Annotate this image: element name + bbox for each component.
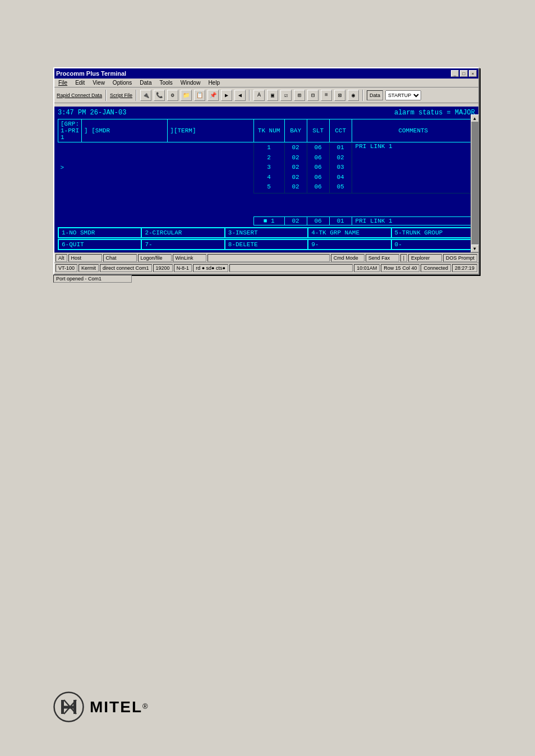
- menu-row-1: 1-NO SMDR 2-CIRCULAR 3-INSERT 4-TK GRP N…: [58, 227, 475, 238]
- status-winlink[interactable]: WinLink: [173, 254, 206, 262]
- toolbar-btn-phone[interactable]: 📞: [154, 90, 165, 101]
- status-time: 10:01AM: [354, 264, 380, 272]
- toolbar: Rapid Connect Data Script File 🔌 📞 ⚙ 📁 📋…: [54, 87, 478, 103]
- rapid-connect-group: Rapid Connect Data: [57, 93, 102, 98]
- scroll-track: [472, 122, 478, 245]
- table-row-cursor: ■ 1 02 06 01 PRI LINK 1: [58, 216, 475, 225]
- toolbar-btn-a6[interactable]: ≡: [321, 90, 332, 101]
- title-bar: Procomm Plus Terminal _ □ ×: [54, 68, 478, 79]
- menu-item-5[interactable]: 5-TRUNK GROUP: [391, 228, 474, 238]
- separator2: [136, 90, 137, 101]
- toolbar-btn-paste[interactable]: 📌: [207, 90, 219, 101]
- status-cmdmode[interactable]: Cmd Mode: [331, 254, 365, 262]
- status-baud: 19200: [153, 264, 173, 272]
- toolbar-btn-a8[interactable]: ◉: [348, 90, 359, 101]
- slt-vals: 0606060606: [307, 142, 329, 193]
- menu-item-9[interactable]: 9-: [308, 239, 391, 250]
- terminal[interactable]: 3:47 PM 26-JAN-03 alarm status = MAJOR […: [54, 107, 478, 252]
- col-tknum: TK NUM: [253, 119, 284, 142]
- menu-item-6[interactable]: 6-QUIT: [58, 239, 141, 250]
- menu-bar: File Edit View Options Data Tools Window…: [54, 79, 478, 87]
- maximize-button[interactable]: □: [460, 70, 468, 77]
- toolbar-btn-a1[interactable]: A: [253, 90, 265, 101]
- cursor-tk: ■ 1: [253, 216, 284, 225]
- status-sendfax[interactable]: Send Fax: [366, 254, 399, 262]
- status-line: 3:47 PM 26-JAN-03 alarm status = MAJOR: [58, 109, 475, 117]
- separator1: [105, 90, 107, 101]
- minimize-button[interactable]: _: [451, 70, 459, 77]
- menu-view[interactable]: View: [91, 80, 107, 86]
- table-row: > 12345 0202020202 0606060606: [58, 142, 475, 193]
- cursor-slt: 06: [307, 216, 329, 225]
- col-comments: COMMENTS: [352, 119, 474, 142]
- menu-item-2[interactable]: 2-CIRCULAR: [141, 228, 224, 238]
- col-slt: SLT: [307, 119, 329, 142]
- status-bar: Alt Host Chat Logon/file WinLink Cmd Mod…: [54, 252, 478, 274]
- cursor-bay: 02: [284, 216, 307, 225]
- status-dosprompt[interactable]: DOS Prompt: [443, 254, 477, 262]
- tk-nums: 12345: [253, 142, 284, 193]
- status-rowcol: Row 15 Col 40: [381, 264, 419, 272]
- menu-window[interactable]: Window: [179, 80, 202, 86]
- toolbar-btn-settings[interactable]: ⚙: [167, 90, 178, 101]
- menu-help[interactable]: Help: [206, 80, 222, 86]
- cursor-comment: PRI LINK 1: [352, 216, 474, 225]
- menu-item-8[interactable]: 8-DELETE: [225, 239, 308, 250]
- mitel-icon-svg: [53, 692, 84, 722]
- status-parity: N-8-1: [174, 264, 192, 272]
- status-spacer2: [229, 264, 353, 272]
- header-smdr: ] [SMDR: [82, 119, 168, 142]
- menu-tools[interactable]: Tools: [158, 80, 174, 86]
- toolbar-btn-copy[interactable]: 📋: [194, 90, 205, 101]
- status-explorer[interactable]: Explorer: [408, 254, 442, 262]
- menu-row-2: 6-QUIT 7- 8-DELETE 9- 0-: [58, 239, 475, 250]
- close-button[interactable]: ×: [469, 70, 477, 77]
- data-dropdown-label: Data: [367, 90, 383, 100]
- toolbar-btn-a7[interactable]: ⊠: [334, 90, 345, 101]
- cct-vals: 0102030405: [329, 142, 352, 193]
- menu-item-3[interactable]: 3-INSERT: [225, 228, 308, 238]
- toolbar-btn-receive[interactable]: ◀: [234, 90, 246, 101]
- toolbar-btn-folder[interactable]: 📁: [181, 90, 192, 101]
- mitel-reg: ®: [142, 702, 148, 710]
- toolbar-btn-connect[interactable]: 🔌: [140, 90, 151, 101]
- menu-item-0[interactable]: 0-: [391, 239, 474, 250]
- toolbar-btn-a4[interactable]: ⊞: [294, 90, 305, 101]
- status-connected: Connected: [421, 264, 451, 272]
- menu-item-4[interactable]: 4-TK GRP NAME: [308, 228, 391, 238]
- table-row-empty1: [58, 193, 475, 201]
- menu-data[interactable]: Data: [138, 80, 153, 86]
- toolbar-btn-a2[interactable]: ▣: [267, 90, 278, 101]
- window-title: Procomm Plus Terminal: [56, 70, 126, 77]
- status-chat[interactable]: Chat: [103, 254, 137, 262]
- mitel-text: MITEL: [90, 698, 142, 716]
- toolbar-btn-a5[interactable]: ⊟: [307, 90, 319, 101]
- col-cct: CCT: [329, 119, 352, 142]
- menu-file[interactable]: File: [57, 80, 69, 86]
- terminal-window: Procomm Plus Terminal _ □ × File Edit Vi…: [53, 67, 479, 275]
- startup-dropdown[interactable]: STARTUP: [385, 90, 421, 100]
- toolbar-btn-a3[interactable]: ☑: [280, 90, 292, 101]
- toolbar-btn-send[interactable]: ▶: [221, 90, 232, 101]
- menu-item-7[interactable]: 7-: [141, 239, 224, 250]
- mitel-logo-area: MITEL®: [53, 692, 148, 722]
- terminal-content-area: 3:47 PM 26-JAN-03 alarm status = MAJOR […: [54, 107, 478, 252]
- header-grp: [GRP: 1-PRI 1: [58, 119, 82, 142]
- menu-item-1[interactable]: 1-NO SMDR: [58, 228, 141, 238]
- status-host[interactable]: Host: [68, 254, 102, 262]
- comment-vals: PRI LINK 1: [352, 142, 474, 193]
- menu-options[interactable]: Options: [111, 80, 133, 86]
- scroll-up[interactable]: ▲: [471, 114, 479, 122]
- table-row-empty3: [58, 209, 475, 216]
- header-term: ][TERM]: [168, 119, 253, 142]
- status-alt[interactable]: Alt: [56, 254, 67, 262]
- separator4: [362, 90, 363, 101]
- row-arrow: >: [58, 142, 82, 193]
- table-header-row: [GRP: 1-PRI 1 ] [SMDR ][TERM] TK NUM BAY…: [58, 119, 475, 142]
- status-conntime: 28:27:19: [452, 264, 477, 272]
- scroll-down[interactable]: ▼: [471, 245, 479, 252]
- menu-edit[interactable]: Edit: [73, 80, 86, 86]
- status-logonfile[interactable]: Logon/file: [138, 254, 172, 262]
- script-file-label: Script File: [110, 93, 132, 98]
- status-separator: |: [400, 254, 407, 262]
